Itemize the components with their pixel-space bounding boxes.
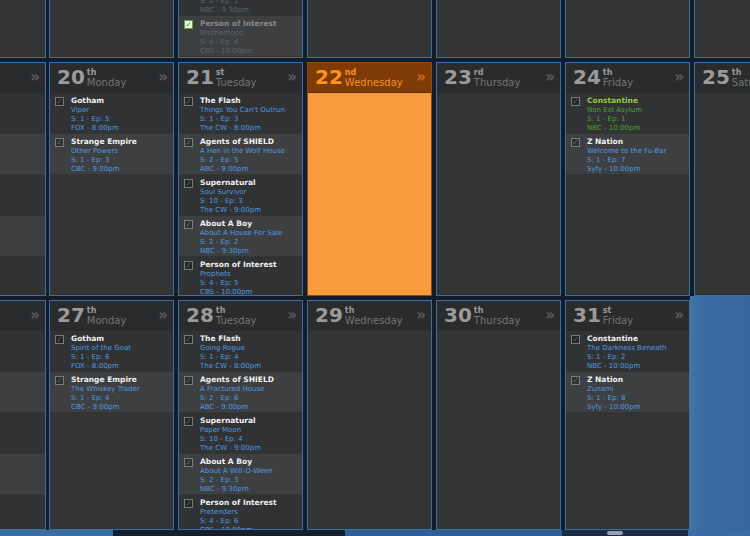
show-title[interactable]: Z Nation <box>587 137 689 147</box>
next-day-chevron-icon[interactable]: » <box>416 304 425 326</box>
watched-checkbox[interactable]: ✓ <box>184 261 193 270</box>
day-header: » <box>0 63 45 93</box>
day-weekday: Monday <box>87 77 126 88</box>
day-suffix: th <box>216 306 257 315</box>
episode-entry: ✓ConstantineThe Darkness BeneathS: 1 - E… <box>566 331 689 371</box>
show-title[interactable]: Agents of SHIELD <box>200 137 302 147</box>
network-time: CBS - 10:00pm <box>200 288 302 296</box>
episode-title: A Hen in the Wolf House <box>200 147 302 156</box>
cut-episode-entry <box>0 372 45 412</box>
next-day-chevron-icon[interactable]: » <box>30 66 39 88</box>
cut-episode-entry <box>0 216 45 256</box>
network-time: NBC - 10:00pm <box>587 362 689 371</box>
watched-checkbox[interactable]: ✓ <box>184 499 193 508</box>
next-day-chevron-icon[interactable]: » <box>287 304 296 326</box>
season-episode: S: 2 - Ep: 3 <box>200 476 302 485</box>
cut-episode-entry <box>0 93 45 133</box>
show-title[interactable]: Strange Empire <box>71 137 173 147</box>
next-day-chevron-icon[interactable]: » <box>287 66 296 88</box>
day-weekday: Monday <box>87 315 126 326</box>
show-title[interactable]: Person of Interest <box>200 260 302 270</box>
show-title[interactable]: Gotham <box>71 334 173 344</box>
day-number: 25 <box>702 66 730 89</box>
season-episode: S: 4 - Ep: 5 <box>200 279 302 288</box>
watched-checkbox[interactable]: ✓ <box>571 97 580 106</box>
next-day-chevron-icon[interactable]: » <box>674 304 683 326</box>
watched-checkbox[interactable]: ✓ <box>571 335 580 344</box>
watched-checkbox[interactable]: ✓ <box>184 417 193 426</box>
episode-title: Welcome to the Fu-Bar <box>587 147 689 156</box>
watched-checkbox[interactable]: ✓ <box>184 220 193 229</box>
show-title[interactable]: Agents of SHIELD <box>200 375 302 385</box>
day-cell-30: 30thThursday» <box>436 300 561 530</box>
cut-episode-entry <box>0 257 45 296</box>
scroll-indicator[interactable] <box>607 531 623 535</box>
network-time: CBC - 9:00pm <box>71 403 173 412</box>
network-time: FOX - 8:00pm <box>71 124 173 133</box>
season-episode: S: 2 - Ep: 2 <box>200 238 302 247</box>
next-day-chevron-icon[interactable]: » <box>158 66 167 88</box>
show-title[interactable]: Strange Empire <box>71 375 173 385</box>
cut-episode-entry: S: 2 - Ep: 1NBC - 9:30pm <box>179 0 302 15</box>
next-day-chevron-icon[interactable]: » <box>674 66 683 88</box>
day-cell-24: 24thFriday»✓ConstantineNon Est AsylumS: … <box>565 62 690 296</box>
day-header: 22ndWednesday» <box>308 63 431 93</box>
show-title[interactable]: Person of Interest <box>200 19 302 29</box>
day-suffix: st <box>603 306 633 315</box>
episode-entry: ✓About A BoyAbout A Will-O-WeenS: 2 - Ep… <box>179 454 302 494</box>
prev-week-day-cell <box>49 0 174 58</box>
watched-checkbox[interactable]: ✓ <box>184 458 193 467</box>
next-day-chevron-icon[interactable]: » <box>158 304 167 326</box>
next-day-chevron-icon[interactable]: » <box>545 304 554 326</box>
episode-entry: ✓GothamSpirit of the GoatS: 1 - Ep: 6FOX… <box>50 331 173 371</box>
watched-checkbox[interactable]: ✓ <box>55 376 64 385</box>
day-weekday: Thursday <box>474 77 521 88</box>
season-episode: S: 1 - Ep: 3 <box>71 156 173 165</box>
episode-title: Spirit of the Goat <box>71 344 173 353</box>
network-time: CBC - 9:00pm <box>71 165 173 174</box>
day-header: 27thMonday» <box>50 301 173 331</box>
show-title[interactable]: The Flash <box>200 96 302 106</box>
season-episode: S: 1 - Ep: 4 <box>71 394 173 403</box>
show-title[interactable]: The Flash <box>200 334 302 344</box>
watched-checkbox[interactable]: ✓ <box>55 97 64 106</box>
episode-title: Things You Can't Outrun <box>200 106 302 115</box>
cut-episode-entry <box>0 134 45 174</box>
show-title[interactable]: Z Nation <box>587 375 689 385</box>
watched-checkbox[interactable]: ✓ <box>184 335 193 344</box>
watched-checkbox[interactable]: ✓ <box>184 179 193 188</box>
network-time: The CW - 9:00pm <box>200 206 302 215</box>
season-episode: S: 2 - Ep: 5 <box>200 156 302 165</box>
day-cell-21: 21stTuesday»✓The FlashThings You Can't O… <box>178 62 303 296</box>
watched-checkbox[interactable]: ✓ <box>55 138 64 147</box>
episode-entry: ✓Strange EmpireThe Whiskey TraderS: 1 - … <box>50 372 173 412</box>
season-episode: S: 1 - Ep: 4 <box>200 353 302 362</box>
prev-week-day-cell <box>436 0 561 58</box>
show-title[interactable]: Gotham <box>71 96 173 106</box>
watched-checkbox[interactable]: ✓ <box>184 138 193 147</box>
day-number: 30 <box>444 304 472 327</box>
show-title[interactable]: About A Boy <box>200 457 302 467</box>
next-day-chevron-icon[interactable]: » <box>30 304 39 326</box>
show-title[interactable]: Constantine <box>587 334 689 344</box>
watched-checkbox[interactable]: ✓ <box>571 376 580 385</box>
show-title[interactable]: Supernatural <box>200 416 302 426</box>
network-time: FOX - 8:00pm <box>71 362 173 371</box>
show-title[interactable]: Supernatural <box>200 178 302 188</box>
show-title[interactable]: Constantine <box>587 96 689 106</box>
next-day-chevron-icon[interactable]: » <box>545 66 554 88</box>
next-day-chevron-icon[interactable]: » <box>416 66 425 88</box>
show-title[interactable]: Person of Interest <box>200 498 302 508</box>
day-weekday: Wednesday <box>345 77 403 88</box>
show-title[interactable]: About A Boy <box>200 219 302 229</box>
watched-checkbox[interactable]: ✓ <box>571 138 580 147</box>
watched-checkbox[interactable]: ✓ <box>55 335 64 344</box>
cut-entry-line: NBC - 9:30pm <box>200 6 302 15</box>
watched-checkbox[interactable]: ✓ <box>184 20 193 29</box>
watched-checkbox[interactable]: ✓ <box>184 97 193 106</box>
episode-entry: ✓About A BoyAbout A House For SaleS: 2 -… <box>179 216 302 256</box>
network-time: ABC - 9:00pm <box>200 403 302 412</box>
season-episode: S: 1 - Ep: 1 <box>587 115 689 124</box>
watched-checkbox[interactable]: ✓ <box>184 376 193 385</box>
season-episode: S: 2 - Ep: 6 <box>200 394 302 403</box>
